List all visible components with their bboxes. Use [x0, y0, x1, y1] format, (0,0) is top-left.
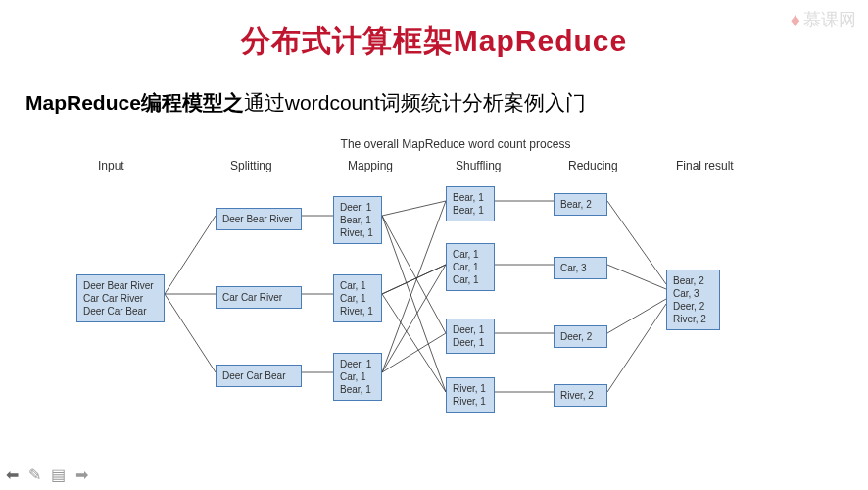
header-mapping: Mapping: [348, 159, 393, 172]
subtitle: MapReduce编程模型之通过wordcount词频统计分析案例入门: [25, 89, 868, 117]
svg-line-21: [607, 299, 666, 333]
svg-line-0: [165, 216, 216, 294]
subtitle-light: 通过wordcount词频统计分析案例入门: [244, 91, 586, 114]
svg-line-10: [382, 265, 446, 294]
svg-line-12: [382, 201, 446, 372]
reduce-box-2: Deer, 2: [554, 325, 607, 348]
header-shuffling: Shuffling: [456, 159, 501, 172]
svg-line-20: [607, 265, 666, 289]
svg-line-8: [382, 216, 446, 392]
svg-line-6: [382, 201, 446, 216]
split-box-0: Deer Bear River: [216, 208, 302, 230]
header-reducing: Reducing: [568, 159, 618, 172]
presentation-toolbar: ⬅ ✎ ▤ ➡: [6, 466, 88, 484]
mapreduce-diagram: The overall MapReduce word count process…: [59, 137, 813, 441]
arrow-right-icon[interactable]: ➡: [75, 466, 88, 484]
split-box-2: Deer Car Bear: [216, 365, 302, 387]
map-box-0: Deer, 1 Bear, 1 River, 1: [333, 196, 382, 244]
svg-line-7: [382, 216, 446, 333]
svg-line-9: [382, 265, 446, 294]
svg-line-19: [607, 201, 666, 284]
page-title: 分布式计算框架MapReduce: [0, 22, 868, 62]
reduce-box-1: Car, 3: [554, 257, 607, 279]
header-splitting: Splitting: [230, 159, 272, 172]
input-box: Deer Bear River Car Car River Deer Car B…: [76, 274, 165, 322]
shuffle-box-3: River, 1 River, 1: [446, 377, 495, 413]
svg-line-11: [382, 294, 446, 392]
split-box-1: Car Car River: [216, 286, 302, 309]
shuffle-box-0: Bear, 1 Bear, 1: [446, 186, 495, 221]
header-input: Input: [98, 159, 124, 172]
pencil-icon[interactable]: ✎: [28, 466, 41, 484]
watermark-logo: ♦ 慕课网: [791, 8, 856, 31]
svg-line-14: [382, 333, 446, 372]
shuffle-box-1: Car, 1 Car, 1 Car, 1: [446, 243, 495, 291]
menu-icon[interactable]: ▤: [51, 466, 66, 484]
subtitle-bold: MapReduce编程模型之: [25, 91, 244, 114]
watermark-text: 慕课网: [803, 8, 856, 31]
map-box-1: Car, 1 Car, 1 River, 1: [333, 274, 382, 322]
svg-line-2: [165, 294, 216, 372]
map-box-2: Deer, 1 Car, 1 Bear, 1: [333, 353, 382, 401]
diagram-title: The overall MapReduce word count process: [98, 137, 813, 151]
header-final: Final result: [676, 159, 734, 172]
shuffle-box-2: Deer, 1 Deer, 1: [446, 318, 495, 354]
final-box: Bear, 2 Car, 3 Deer, 2 River, 2: [666, 270, 720, 330]
arrow-left-icon[interactable]: ⬅: [6, 466, 19, 484]
flame-icon: ♦: [791, 9, 800, 31]
svg-line-22: [607, 304, 666, 392]
reduce-box-3: River, 2: [554, 384, 607, 407]
svg-line-13: [382, 265, 446, 372]
reduce-box-0: Bear, 2: [554, 193, 607, 216]
